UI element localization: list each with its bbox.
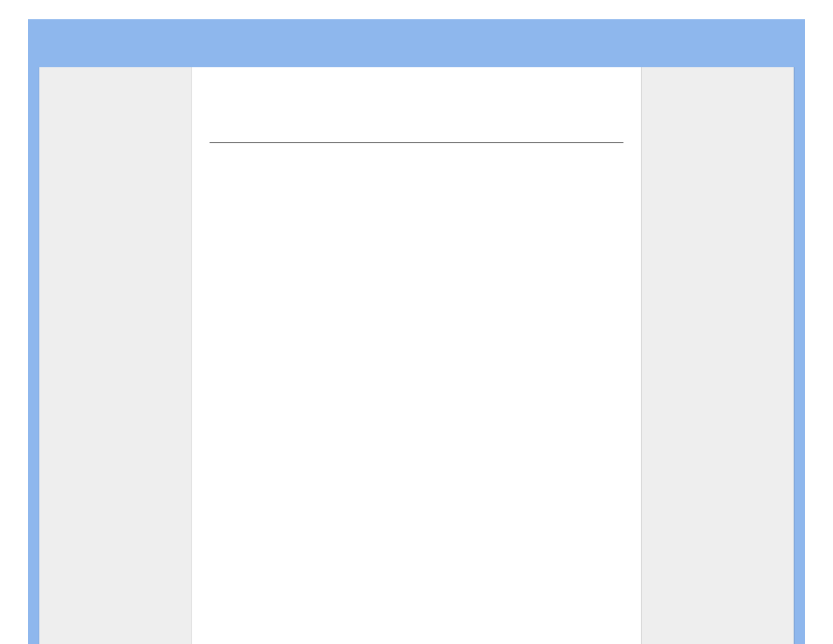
outer-frame — [28, 19, 805, 644]
document-page[interactable] — [192, 67, 641, 644]
document-body[interactable] — [210, 154, 623, 644]
app-canvas — [0, 0, 833, 644]
horizontal-rule — [210, 142, 623, 143]
background-panel — [39, 67, 794, 644]
